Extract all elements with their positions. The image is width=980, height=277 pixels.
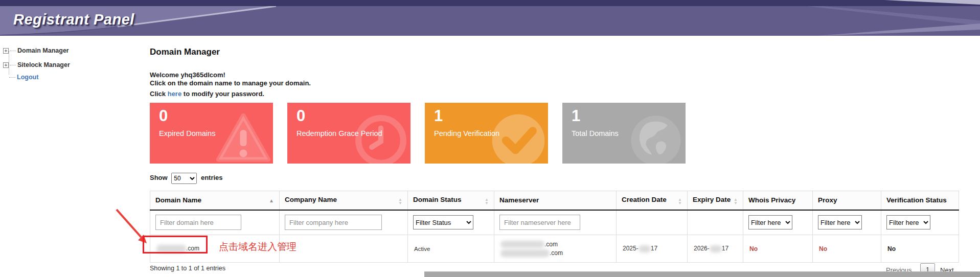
tree-dots — [9, 77, 15, 78]
entries-per-page-select[interactable]: 50 — [171, 173, 197, 184]
tree-dots — [10, 65, 16, 65]
annotation-highlight-box — [143, 236, 208, 253]
password-prefix: Click — [150, 90, 166, 98]
filter-verification-select[interactable]: Filter here — [886, 215, 930, 229]
section-title: Domain Manager — [150, 47, 220, 57]
redacted-text — [500, 249, 550, 257]
expand-icon[interactable]: + — [3, 48, 9, 54]
column-header-nameserver: Nameserver — [494, 191, 617, 210]
sort-icons[interactable]: ▲▼ — [734, 198, 738, 205]
logout-link[interactable]: Logout — [17, 74, 38, 81]
welcome-line-1: Welcome yhq365dlcom! — [150, 71, 311, 79]
column-header-proxy: Proxy — [813, 191, 881, 210]
password-suffix: to modify your password. — [184, 90, 264, 98]
annotation-note-text: 点击域名进入管理 — [219, 240, 297, 253]
filter-empty-cell — [617, 210, 688, 235]
card-value: 1 — [572, 107, 580, 125]
card-label: Expired Domains — [159, 129, 215, 137]
column-header-verification-status: Verification Status — [881, 191, 959, 210]
table-header-row: Domain Name ▲ Company Name ▲▼ Domain Sta… — [150, 191, 959, 210]
verification-status-cell: No — [881, 235, 959, 263]
warning-triangle-icon — [215, 111, 272, 164]
filter-empty-cell — [688, 210, 743, 235]
sort-icons[interactable]: ▲▼ — [398, 198, 402, 205]
welcome-line-2: Click on the domain name to manage your … — [150, 79, 311, 87]
column-header-domain-status[interactable]: Domain Status ▲▼ — [408, 191, 494, 210]
bottom-gray-strip — [424, 271, 980, 277]
filter-whois-select[interactable]: Filter here — [748, 215, 792, 229]
card-label: Total Domains — [572, 129, 619, 137]
card-redemption-grace: 0 Redemption Grace Period — [287, 103, 411, 164]
sidebar-item-label[interactable]: Domain Manager — [17, 47, 69, 54]
sort-icons[interactable]: ▲▼ — [678, 198, 682, 205]
sidebar-item-logout[interactable]: Logout — [3, 72, 38, 83]
filter-nameserver-input[interactable] — [499, 215, 580, 230]
nameserver-cell: .com .com — [494, 235, 617, 263]
sidebar-item-label[interactable]: Sitelock Manager — [17, 61, 70, 68]
globe-icon — [627, 111, 685, 164]
creation-date-cell: 2025-17 — [617, 235, 688, 263]
expiry-date-cell: 2026-17 — [688, 235, 743, 263]
card-value: 1 — [434, 107, 443, 125]
company-name-cell — [280, 235, 408, 263]
card-pending-verification: 1 Pending Verification — [425, 103, 548, 164]
column-header-expiry-date[interactable]: Expiry Date ▲▼ — [688, 191, 743, 210]
expand-icon[interactable]: + — [3, 62, 9, 68]
page-title: Registrant Panel — [13, 11, 134, 28]
filter-domain-input[interactable] — [155, 215, 241, 230]
whois-privacy-cell: No — [743, 235, 813, 263]
clock-icon — [352, 111, 409, 164]
entries-label: entries — [201, 174, 223, 181]
welcome-text: Welcome yhq365dlcom! Click on the domain… — [150, 71, 311, 87]
filter-status-select[interactable]: Filter Status — [413, 215, 473, 229]
redacted-text — [710, 245, 722, 252]
modify-password-link[interactable]: here — [168, 90, 181, 98]
show-entries-control: Show 50 entries — [150, 173, 223, 184]
sidebar-item-sitelock-manager[interactable]: + Sitelock Manager — [3, 59, 70, 71]
redacted-text — [500, 241, 544, 248]
filter-row: Filter Status Filter here Filter here Fi… — [150, 210, 959, 235]
domain-status-cell: Active — [408, 235, 494, 263]
column-header-whois-privacy: Whois Privacy — [743, 191, 813, 210]
proxy-cell: No — [813, 235, 881, 263]
show-label: Show — [150, 174, 168, 181]
filter-proxy-select[interactable]: Filter here — [818, 215, 862, 229]
banner-swoosh-decoration — [0, 0, 980, 36]
table-info-text: Showing 1 to 1 of 1 entries — [150, 265, 225, 272]
header-banner: Registrant Panel — [0, 0, 980, 36]
column-header-creation-date[interactable]: Creation Date ▲▼ — [617, 191, 688, 210]
card-value: 0 — [159, 107, 168, 125]
column-header-domain-name[interactable]: Domain Name ▲ — [150, 191, 280, 210]
check-circle-icon — [490, 111, 547, 164]
sort-icons[interactable]: ▲▼ — [485, 198, 489, 205]
card-total-domains: 1 Total Domains — [562, 103, 686, 164]
password-line: Click here to modify your password. — [150, 90, 264, 98]
redacted-text — [639, 245, 651, 252]
sidebar-item-domain-manager[interactable]: + Domain Manager — [3, 45, 69, 56]
sort-asc-icon[interactable]: ▲ — [269, 198, 274, 203]
column-header-company-name[interactable]: Company Name ▲▼ — [280, 191, 408, 210]
filter-company-input[interactable] — [285, 215, 382, 230]
registrant-panel-page: Registrant Panel + Domain Manager + Site… — [0, 0, 980, 277]
card-expired-domains: 0 Expired Domains — [150, 103, 273, 164]
tree-dots — [10, 51, 16, 51]
card-value: 0 — [297, 107, 305, 125]
